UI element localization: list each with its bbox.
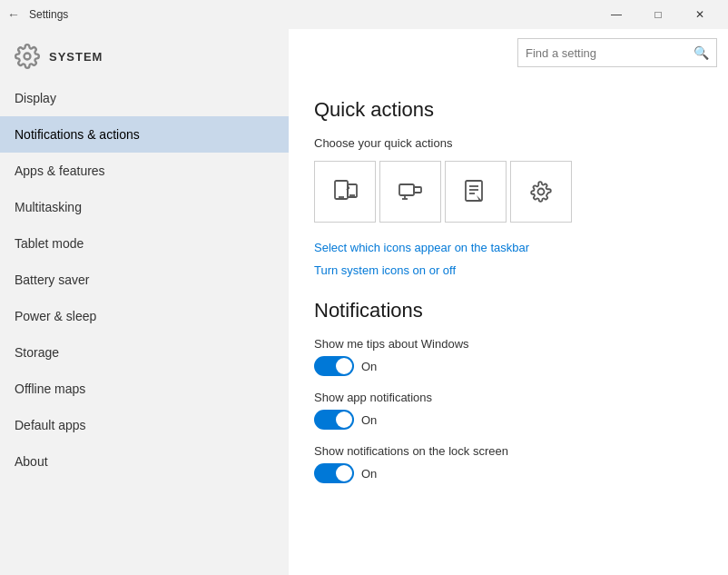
close-button[interactable]: ✕ — [679, 0, 721, 29]
qa-tile-note[interactable] — [445, 161, 507, 223]
taskbar-icons-link[interactable]: Select which icons appear on the taskbar — [314, 241, 703, 254]
toggle-app-notif[interactable] — [314, 410, 354, 430]
search-box[interactable]: 🔍 — [517, 38, 717, 67]
quick-actions-subtitle: Choose your quick actions — [314, 136, 703, 150]
toggle-label-app-notif: Show app notifications — [314, 391, 703, 404]
toggle-lock-screen[interactable] — [314, 463, 354, 483]
toggle-value-tips: On — [361, 360, 377, 373]
system-gear-icon — [15, 44, 40, 69]
toggle-control-lock-screen: On — [314, 463, 703, 483]
sidebar-title: SYSTEM — [49, 50, 103, 64]
toggle-label-tips: Show me tips about Windows — [314, 337, 703, 351]
toggle-value-lock-screen: On — [361, 467, 377, 481]
svg-rect-9 — [466, 181, 482, 201]
maximize-button[interactable]: □ — [637, 0, 679, 29]
app-body: SYSTEM Display Notifications & actions A… — [0, 29, 728, 575]
svg-rect-5 — [399, 184, 414, 195]
minimize-button[interactable]: — — [595, 0, 637, 29]
svg-rect-6 — [414, 187, 421, 193]
system-icons-link[interactable]: Turn system icons on or off — [314, 263, 703, 277]
settings-top-bar: 🔍 — [289, 29, 728, 76]
connect-icon — [396, 177, 425, 206]
sidebar-item-apps[interactable]: Apps & features — [0, 153, 289, 189]
search-icon[interactable]: 🔍 — [694, 45, 709, 60]
sidebar-item-multitasking[interactable]: Multitasking — [0, 189, 289, 225]
qa-tile-tablet-mode[interactable] — [314, 161, 376, 223]
notifications-section: Notifications Show me tips about Windows… — [314, 299, 703, 483]
toggle-control-app-notif: On — [314, 410, 703, 430]
sidebar-header: SYSTEM — [0, 29, 289, 80]
sidebar-item-about[interactable]: About — [0, 443, 289, 480]
qa-tile-connect[interactable] — [379, 161, 441, 223]
sidebar-item-default[interactable]: Default apps — [0, 407, 289, 443]
quick-actions-title: Quick actions — [314, 98, 703, 122]
sidebar-item-battery[interactable]: Battery saver — [0, 262, 289, 298]
title-bar: ← Settings — □ ✕ — [0, 0, 728, 29]
svg-rect-1 — [335, 181, 348, 199]
quick-actions-section: Quick actions Choose your quick actions — [314, 98, 703, 277]
search-input[interactable] — [526, 46, 694, 60]
sidebar-item-notifications[interactable]: Notifications & actions — [0, 116, 289, 153]
main-content: Quick actions Choose your quick actions — [289, 76, 728, 575]
sidebar: SYSTEM Display Notifications & actions A… — [0, 29, 289, 575]
toggle-tips[interactable] — [314, 356, 354, 376]
sidebar-item-storage[interactable]: Storage — [0, 334, 289, 371]
toggle-row-tips: Show me tips about Windows On — [314, 337, 703, 376]
notifications-title: Notifications — [314, 299, 703, 322]
toggle-label-lock-screen: Show notifications on the lock screen — [314, 444, 703, 458]
sidebar-nav: Display Notifications & actions Apps & f… — [0, 80, 289, 480]
sidebar-item-tablet[interactable]: Tablet mode — [0, 225, 289, 262]
tablet-mode-icon — [330, 177, 359, 206]
sidebar-item-display[interactable]: Display — [0, 80, 289, 116]
toggle-row-app-notif: Show app notifications On — [314, 391, 703, 430]
settings-gear-icon — [526, 177, 556, 206]
settings-window: 🔍 Quick actions Choose your quick action… — [289, 29, 728, 575]
quick-actions-grid — [314, 161, 703, 223]
svg-point-0 — [25, 54, 31, 60]
svg-point-13 — [538, 189, 545, 195]
sidebar-item-power[interactable]: Power & sleep — [0, 298, 289, 334]
window-title: Settings — [29, 8, 68, 21]
toggle-row-lock-screen: Show notifications on the lock screen On — [314, 444, 703, 483]
note-icon — [461, 177, 490, 206]
toggle-control-tips: On — [314, 356, 703, 376]
toggle-value-app-notif: On — [361, 413, 377, 427]
back-icon[interactable]: ← — [7, 7, 20, 22]
sidebar-item-offline[interactable]: Offline maps — [0, 371, 289, 407]
qa-tile-settings[interactable] — [510, 161, 572, 223]
